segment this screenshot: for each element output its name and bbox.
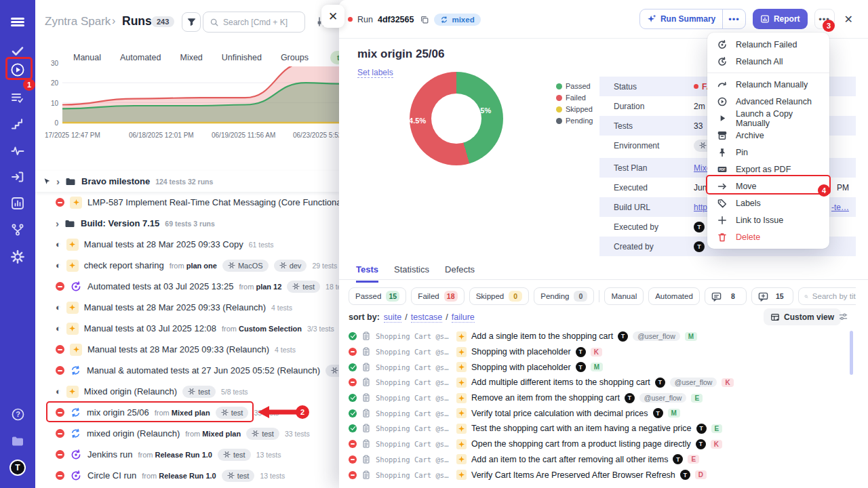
tab-groups[interactable]: Groups bbox=[281, 53, 309, 62]
run-source[interactable]: from Release Run 1.0 bbox=[142, 472, 216, 480]
test-row[interactable]: Shopping Cart @s…Test the shopping cart … bbox=[339, 421, 868, 436]
test-title[interactable]: Shopping with placeholder bbox=[471, 347, 571, 357]
tests-scrollbar[interactable] bbox=[850, 331, 853, 375]
settings-gear-nav-icon[interactable] bbox=[9, 249, 26, 265]
test-row[interactable]: Shopping Cart @s…Add an item to the cart… bbox=[339, 452, 868, 468]
run-list-item[interactable]: LMP-587 Implement Real-Time Chat Messagi… bbox=[35, 192, 339, 213]
bar-chart-nav-icon[interactable] bbox=[9, 195, 26, 211]
test-row[interactable]: Shopping Cart @s…Verify Cart Items Are P… bbox=[339, 467, 868, 483]
sort-suite-link[interactable]: suite bbox=[384, 312, 401, 323]
custom-view-button[interactable]: Custom view bbox=[764, 308, 841, 325]
filter-skipped-button[interactable]: Skipped0 bbox=[469, 287, 530, 305]
run-list-item[interactable]: Manual tests at 28 Mar 2025 09:33 (Relau… bbox=[35, 339, 339, 360]
run-list-item[interactable]: ◐Manual tests at 03 Jul 2025 12:08from C… bbox=[35, 318, 339, 339]
test-row[interactable]: Shopping Cart @s…Remove an item from the… bbox=[339, 390, 868, 406]
run-folder-row[interactable]: ›Bravo milestone124 tests 32 runs bbox=[35, 171, 339, 192]
filter-automated-button[interactable]: Automated bbox=[648, 287, 700, 305]
build-url-link-end[interactable]: -te… bbox=[831, 203, 849, 212]
test-title[interactable]: Test the shopping cart with an item havi… bbox=[471, 424, 692, 433]
run-summary-more-button[interactable]: ••• bbox=[722, 9, 745, 28]
assignee-avatar[interactable]: T bbox=[653, 408, 663, 418]
run-summary-button[interactable]: Run Summary bbox=[640, 9, 722, 28]
tab-mixed[interactable]: Mixed bbox=[180, 53, 202, 62]
steps-nav-icon[interactable] bbox=[9, 116, 26, 132]
user-avatar[interactable]: T bbox=[694, 222, 705, 232]
chevron-right-icon[interactable]: › bbox=[56, 176, 60, 186]
list-check-nav-icon[interactable] bbox=[9, 89, 26, 106]
menu-item-pin[interactable]: Pin bbox=[707, 144, 829, 161]
run-folder-row[interactable]: ›Build: Version 7.1569 tests 3 runs bbox=[35, 213, 339, 234]
test-tag[interactable]: @user_flow bbox=[670, 378, 717, 387]
workspace-filter-badge[interactable]: test work bbox=[330, 51, 339, 64]
run-list-item[interactable]: Manual & automated tests at 27 Jun 2025 … bbox=[35, 360, 339, 381]
sort-failure-link[interactable]: failure bbox=[452, 312, 475, 323]
runs-play-nav-icon[interactable] bbox=[9, 62, 26, 78]
run-list-item[interactable]: ◐Manual tests at 28 Mar 2025 09:33 (Rela… bbox=[35, 297, 339, 318]
assignee-avatar[interactable]: T bbox=[576, 347, 586, 357]
test-title[interactable]: Add an item to the cart after removing a… bbox=[471, 455, 668, 464]
assignee-avatar[interactable]: T bbox=[625, 393, 635, 403]
projects-folder-icon[interactable] bbox=[9, 433, 26, 449]
test-row[interactable]: Shopping Cart @s…Open the shopping cart … bbox=[339, 436, 868, 452]
menu-item-archive[interactable]: Archive bbox=[707, 127, 829, 144]
branch-nav-icon[interactable] bbox=[9, 222, 26, 238]
chevron-right-icon[interactable]: › bbox=[56, 218, 59, 228]
test-title[interactable]: Add multiple different items to the shop… bbox=[471, 378, 650, 387]
menu-item-link-to-issue[interactable]: Link to Issue bbox=[707, 211, 829, 228]
menu-item-advanced-relaunch[interactable]: Advanced Relaunch bbox=[707, 93, 829, 110]
menu-item-relaunch-failed[interactable]: Relaunch Failed bbox=[707, 36, 829, 53]
menu-item-move[interactable]: Move bbox=[707, 178, 829, 195]
help-icon[interactable]: ? bbox=[9, 406, 26, 422]
test-row[interactable]: Shopping Cart @s…Add multiple different … bbox=[339, 375, 868, 390]
filter-pending-button[interactable]: Pending0 bbox=[534, 287, 594, 305]
workspace-avatar[interactable]: T bbox=[9, 460, 26, 476]
menu-item-delete[interactable]: Delete bbox=[707, 228, 829, 245]
comments-add-filter-button[interactable]: 15 bbox=[751, 287, 793, 305]
enter-nav-icon[interactable] bbox=[9, 169, 26, 185]
test-title[interactable]: Verify Cart Items Are Preserved After Br… bbox=[471, 470, 675, 480]
run-source[interactable]: from Mixed plan bbox=[155, 409, 210, 417]
test-row[interactable]: Shopping Cart @s…Add a single item to th… bbox=[339, 329, 868, 344]
run-list-item[interactable]: Jenkins runfrom Release Run 1.0test13 te… bbox=[35, 444, 339, 465]
drawer-close-left-button[interactable]: ✕ bbox=[321, 5, 344, 28]
filter-manual-button[interactable]: Manual bbox=[604, 287, 644, 305]
menu-item-launch-a-copy-manually[interactable]: Launch a Copy Manually bbox=[707, 110, 829, 127]
test-row[interactable]: Shopping Cart @s…Shopping with placehold… bbox=[339, 344, 868, 360]
run-source[interactable]: from plan 12 bbox=[239, 283, 281, 291]
assignee-avatar[interactable]: T bbox=[673, 454, 683, 464]
test-title[interactable]: Open the shopping cart from a product li… bbox=[471, 439, 691, 449]
test-row[interactable]: Shopping Cart @s…Verify total price calc… bbox=[339, 405, 868, 421]
run-list-item[interactable]: Circle CI runfrom Release Run 1.0test13 … bbox=[35, 465, 339, 486]
checkmark-nav-icon[interactable] bbox=[9, 43, 26, 59]
drawer-close-button[interactable]: ✕ bbox=[842, 12, 856, 27]
run-source[interactable]: from plan one bbox=[170, 262, 217, 270]
test-tag[interactable]: @user_flow bbox=[633, 331, 680, 341]
breadcrumb-project[interactable]: Zyntra Spark bbox=[45, 15, 111, 28]
filter-failed-button[interactable]: Failed18 bbox=[411, 287, 464, 305]
menu-item-relaunch-all[interactable]: Relaunch All bbox=[707, 53, 829, 70]
tab-automated[interactable]: Automated bbox=[120, 53, 161, 62]
run-list-item[interactable]: ◐Manual tests at 28 Mar 2025 09:33 Copy6… bbox=[35, 234, 339, 255]
test-title[interactable]: Add a single item to the shopping cart bbox=[471, 331, 613, 341]
runs-search[interactable] bbox=[203, 12, 305, 33]
report-button[interactable]: Report bbox=[753, 9, 808, 29]
user-avatar[interactable]: T bbox=[694, 241, 705, 252]
run-source[interactable]: from Custom Selection bbox=[222, 325, 302, 333]
run-list-item[interactable]: ◐Mixed origin (Relaunch)test5/8 tests bbox=[35, 381, 339, 402]
view-settings-icon[interactable] bbox=[838, 312, 848, 322]
filter-button[interactable] bbox=[182, 12, 201, 32]
assignee-avatar[interactable]: T bbox=[696, 424, 707, 434]
assignee-avatar[interactable]: T bbox=[680, 470, 690, 480]
run-list-item[interactable]: ◐check report sharingfrom plan oneMacOSd… bbox=[35, 255, 339, 276]
set-labels-link[interactable]: Set labels bbox=[357, 68, 393, 78]
test-title[interactable]: Shopping with placeholder bbox=[471, 363, 571, 372]
menu-item-export-as-pdf[interactable]: PDFExport as PDF bbox=[707, 161, 829, 178]
test-title[interactable]: Remove an item from the shopping cart bbox=[471, 393, 620, 403]
sort-testcase-link[interactable]: testcase bbox=[411, 312, 443, 323]
assignee-avatar[interactable]: T bbox=[618, 331, 628, 342]
tests-search-input[interactable] bbox=[812, 292, 856, 300]
tests-search[interactable] bbox=[798, 287, 856, 305]
comments-filter-button[interactable]: 8 bbox=[705, 287, 747, 305]
tab-manual[interactable]: Manual bbox=[73, 53, 101, 62]
test-row[interactable]: Shopping Cart @s…Shopping with placehold… bbox=[339, 359, 868, 375]
